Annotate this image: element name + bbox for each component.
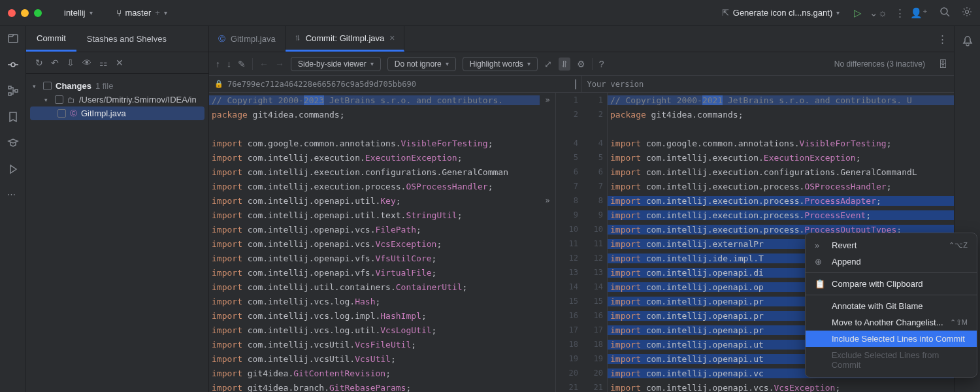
diff-settings-icon[interactable]: ⚙ [577,59,585,69]
close-window-button[interactable] [8,9,16,17]
collab-icon[interactable]: 👤⁺ [910,7,928,19]
code-line[interactable]: import com.intellij.execution.process.Pr… [608,193,954,208]
branch-dropdown[interactable]: ⑂ master + ▾ [110,5,174,21]
editor-tab-file[interactable]: Ⓒ GitImpl.java [209,26,286,52]
menu-item-icon: ⊕ [815,257,825,267]
settings-icon[interactable] [962,7,972,19]
code-line[interactable]: import com.google.common.annotations.Vis… [209,136,555,150]
project-tool-icon[interactable] [7,33,19,44]
code-line[interactable] [209,122,555,136]
tab-more-icon[interactable]: ⋮ [938,33,947,45]
prev-diff-icon[interactable]: ↑ [216,59,220,69]
maximize-window-button[interactable] [34,9,42,17]
left-code[interactable]: // Copyright 2000-2023 JetBrains s.r.o. … [209,93,555,392]
code-line[interactable]: package git4idea.commands; [608,107,954,122]
viewer-mode-dropdown[interactable]: Side-by-side viewer ▾ [291,57,381,71]
ignore-mode-dropdown[interactable]: Do not ignore ▾ [387,57,456,71]
right-header-row: Your version [581,76,955,93]
refresh-icon[interactable]: ↻ [35,57,43,68]
shelf-icon[interactable]: ⇩ [67,57,74,68]
code-line[interactable]: import com.google.common.annotations.Vis… [608,136,954,150]
search-icon[interactable] [939,7,950,19]
code-line[interactable]: package git4idea.commands; [209,107,555,122]
nav-back-icon[interactable]: ← [259,59,269,69]
tab-stashes[interactable]: Stashes and Shelves [76,26,177,52]
run-config-dropdown[interactable]: ⇱ Generate icon cl...ns.gant) ▾ [715,5,846,20]
code-line[interactable]: import com.intellij.vcsUtil.VcsFileUtil; [209,337,555,351]
code-line[interactable]: import com.intellij.vcsUtil.VcsUtil; [209,351,555,366]
code-line[interactable]: import com.intellij.vcs.log.impl.HashImp… [209,308,555,323]
code-line[interactable]: import com.intellij.execution.process.OS… [608,179,954,193]
menu-item-revert[interactable]: »Revert⌃⌥Z [806,237,977,253]
code-line[interactable]: import com.intellij.openapi.vcs.VcsExcep… [608,380,954,392]
tab-label: Commit: GitImpl.java [306,33,385,43]
code-line[interactable]: import com.intellij.execution.ExecutionE… [209,150,555,165]
code-line[interactable]: import com.intellij.openapi.util.text.St… [209,208,555,222]
notifications-icon[interactable] [962,35,973,47]
svg-point-4 [11,63,15,67]
edit-icon[interactable]: ✎ [238,59,246,69]
changes-checkbox[interactable] [43,82,52,90]
code-line[interactable]: // Copyright 2000-2023 JetBrains s.r.o. … [209,93,555,107]
commit-tool-icon[interactable] [7,59,19,71]
code-line[interactable] [608,122,954,136]
code-line[interactable]: // Copyright 2000-2021 JetBrains s.r.o. … [608,93,954,107]
code-line[interactable]: import com.intellij.execution.configurat… [608,165,954,179]
editor-tab-diff[interactable]: ⥮ Commit: GitImpl.java × [286,26,405,52]
bookmarks-tool-icon[interactable] [7,111,19,123]
changes-node[interactable]: ▾ Changes 1 file [30,79,204,93]
chevron-down-icon: ▾ [44,97,51,103]
branch-icon: ⑂ [116,8,122,18]
more-tools-icon[interactable]: ⋯ [7,189,19,201]
sync-scroll-icon[interactable]: ⥯ [559,57,570,71]
code-line[interactable]: import com.intellij.openapi.util.Key;» [209,193,555,208]
menu-item-append[interactable]: ⊕Append [806,253,977,270]
code-line[interactable]: import git4idea.GitContentRevision; [209,366,555,380]
code-line[interactable]: import com.intellij.openapi.vcs.VcsExcep… [209,237,555,251]
menu-item-compare-with-clipboard[interactable]: 📋Compare with Clipboard [806,276,977,292]
code-line[interactable]: import com.intellij.openapi.vfs.VirtualF… [209,265,555,280]
learn-tool-icon[interactable] [7,137,19,149]
group-icon[interactable]: ⚏ [99,57,108,68]
code-line[interactable]: import com.intellij.execution.ExecutionE… [608,150,954,165]
code-line[interactable]: import com.intellij.openapi.vcs.FilePath… [209,222,555,237]
path-checkbox[interactable] [55,95,63,104]
project-dropdown[interactable]: intellij ▾ [57,5,99,20]
select-all-left-checkbox[interactable] [575,79,576,90]
gutter-row: 1616 [556,308,607,323]
minimize-window-button[interactable] [21,9,29,17]
rollback-icon[interactable]: ↶ [51,57,59,68]
code-line[interactable]: import com.intellij.vcs.log.Hash; [209,294,555,308]
menu-item-include-selected-lines-into-commit[interactable]: Include Selected Lines into Commit [806,331,977,347]
highlight-mode-dropdown[interactable]: Highlight words ▾ [463,57,538,71]
path-node[interactable]: ▾ 🗀 /Users/Dmitriy.Smirnov/IDEA/in [30,93,204,106]
tab-close-icon[interactable]: × [389,33,395,43]
java-file-icon: Ⓒ [70,108,77,118]
menu-item-annotate-with-git-blame[interactable]: Annotate with Git Blame [806,298,977,314]
commit-hash-row: 🔒 76e799ec712a464228e665676c9a5d9d705bb6… [209,76,581,93]
menu-item-move-to-another-changelist[interactable]: Move to Another Changelist...⌃⇧M [806,314,977,331]
code-line[interactable]: import com.intellij.vcs.log.util.VcsLogU… [209,323,555,337]
close-icon[interactable]: ✕ [116,57,123,68]
file-checkbox[interactable] [57,109,66,118]
code-line[interactable]: import com.intellij.execution.process.Pr… [608,208,954,222]
collapse-unchanged-icon[interactable]: ⤢ [544,59,552,69]
run-button[interactable]: ▷ [854,7,862,19]
code-line[interactable]: import com.intellij.openapi.vfs.VfsUtilC… [209,251,555,265]
preview-icon[interactable]: 👁 [82,57,91,68]
more-actions-button[interactable]: ⋮ [895,7,905,19]
menu-separator [806,272,977,273]
help-icon[interactable]: ? [599,59,604,69]
code-line[interactable]: import com.intellij.util.containers.Cont… [209,280,555,294]
profiler-tool-icon[interactable] [7,163,19,175]
debug-button[interactable]: ⌄☼ [870,7,887,19]
nav-forward-icon[interactable]: → [275,59,284,69]
db-icon[interactable]: 🗄 [938,59,947,69]
code-line[interactable]: import com.intellij.execution.configurat… [209,165,555,179]
structure-tool-icon[interactable] [7,85,19,97]
code-line[interactable]: import com.intellij.execution.process.OS… [209,179,555,193]
next-diff-icon[interactable]: ↓ [227,59,231,69]
file-node[interactable]: Ⓒ GitImpl.java [30,106,204,120]
code-line[interactable]: import git4idea.branch.GitRebaseParams; [209,380,555,392]
tab-commit[interactable]: Commit [26,26,76,52]
